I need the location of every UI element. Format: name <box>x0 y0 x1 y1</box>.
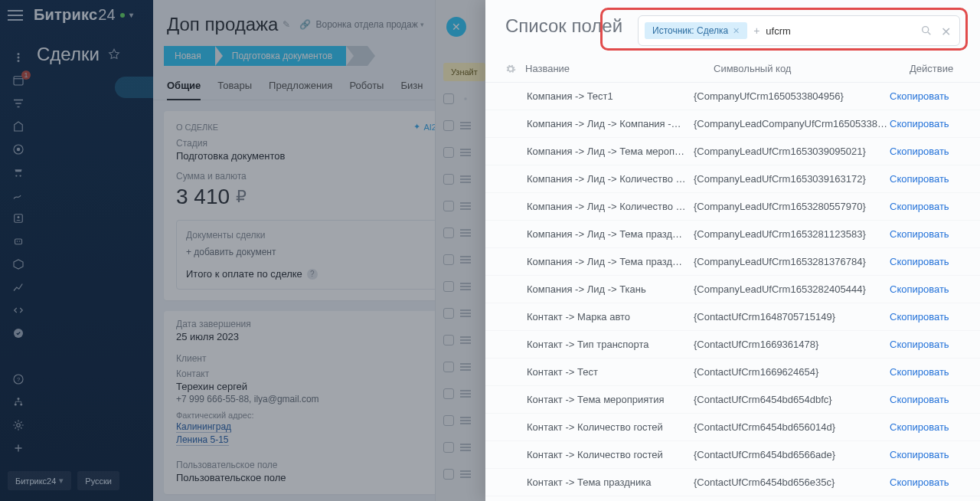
row-name: Контакт -> Количество гостей <box>505 421 694 433</box>
row-name: Компания -> Тест1 <box>505 90 694 102</box>
row-code: {ContactUfCrm6454bd656e35c} <box>694 476 890 488</box>
table-row: Контакт -> Тема мероприятия{ContactUfCrm… <box>485 386 980 414</box>
chip-label: Источник: Сделка <box>652 25 728 36</box>
search-box[interactable]: Источник: Сделка ✕ + <box>638 15 960 46</box>
copy-link[interactable]: Скопировать <box>890 118 960 129</box>
row-code: {ContactUfCrm6454bd656014d} <box>694 421 890 433</box>
row-code: {ContactUfCrm1669361478} <box>694 339 890 350</box>
row-name: Контакт -> Марка авто <box>505 311 694 323</box>
copy-link[interactable]: Скопировать <box>890 173 960 185</box>
table-row: Контакт -> Количество гостей{ContactUfCr… <box>485 441 980 469</box>
table-row: Компания -> Лид -> Количество гостей{Com… <box>485 165 980 193</box>
row-code: {CompanyUfCrm1650533804956} <box>694 90 890 102</box>
row-code: {CompanyLeadUfCrm1653282405444} <box>694 283 890 295</box>
row-code: {CompanyLeadUfCrm1653039095021} <box>694 146 890 157</box>
row-name: Компания -> Лид -> Количество гостей <box>505 173 694 185</box>
row-name: Компания -> Лид -> Ткань <box>505 283 694 295</box>
row-code: {ContactUfCrm6454bd654dbfc} <box>694 394 890 405</box>
table-row: Компания -> Лид -> Тема мероприятия{Comp… <box>485 138 980 165</box>
table-row: Компания -> Лид -> Количество гостей{Com… <box>485 193 980 221</box>
table-row: Контакт -> Марка авто{ContactUfCrm164870… <box>485 303 980 331</box>
search-input[interactable] <box>766 25 913 37</box>
row-code: {CompanyLeadUfCrm1653281376784} <box>694 256 890 267</box>
copy-link[interactable]: Скопировать <box>890 90 960 102</box>
filter-chip[interactable]: Источник: Сделка ✕ <box>645 22 747 39</box>
table-row: Контакт -> Тема праздника{ContactUfCrm64… <box>485 496 980 501</box>
clear-icon[interactable]: ✕ <box>941 25 951 39</box>
panel-title: Список полей <box>505 15 622 37</box>
table-row: Компания -> Тест1{CompanyUfCrm1650533804… <box>485 83 980 110</box>
table-body: Компания -> Тест1{CompanyUfCrm1650533804… <box>485 83 980 501</box>
copy-link[interactable]: Скопировать <box>890 421 960 433</box>
header-name[interactable]: Название <box>525 63 714 74</box>
fields-panel: Список полей Источник: Сделка ✕ + ✕ Назв… <box>485 0 980 501</box>
row-code: {CompanyLeadUfCrm1653280557970} <box>694 201 890 212</box>
row-code: {ContactUfCrm1669624654} <box>694 366 890 378</box>
copy-link[interactable]: Скопировать <box>890 256 960 267</box>
table-row: Компания -> Лид -> Компания -> Тест1{Com… <box>485 110 980 138</box>
row-code: {ContactUfCrm1648705715149} <box>694 311 890 323</box>
copy-link[interactable]: Скопировать <box>890 283 960 295</box>
row-name: Контакт -> Тема праздника <box>505 476 694 488</box>
row-name: Компания -> Лид -> Компания -> Тест1 <box>505 118 694 129</box>
copy-link[interactable]: Скопировать <box>890 476 960 488</box>
table-row: Контакт -> Тип транспорта{ContactUfCrm16… <box>485 331 980 359</box>
header-code[interactable]: Символьный код <box>714 63 910 74</box>
row-name: Контакт -> Тема мероприятия <box>505 394 694 405</box>
svg-point-19 <box>923 27 929 33</box>
copy-link[interactable]: Скопировать <box>890 339 960 350</box>
row-code: {CompanyLeadUfCrm1653281123583} <box>694 228 890 240</box>
row-name: Контакт -> Количество гостей <box>505 449 694 460</box>
copy-link[interactable]: Скопировать <box>890 449 960 460</box>
row-code: {CompanyLeadUfCrm1653039163172} <box>694 173 890 185</box>
row-code: {CompanyLeadCompanyUfCrm1650533804956} <box>694 118 890 129</box>
gear-icon[interactable] <box>505 64 516 74</box>
chip-remove-icon[interactable]: ✕ <box>733 26 740 36</box>
table-header: Название Символьный код Действие <box>485 55 980 83</box>
copy-link[interactable]: Скопировать <box>890 201 960 212</box>
row-name: Контакт -> Тип транспорта <box>505 339 694 350</box>
row-name: Компания -> Лид -> Тема мероприятия <box>505 146 694 157</box>
table-row: Контакт -> Тема праздника{ContactUfCrm64… <box>485 469 980 496</box>
header-action[interactable]: Действие <box>910 63 960 74</box>
table-row: Контакт -> Количество гостей{ContactUfCr… <box>485 414 980 441</box>
table-row: Компания -> Лид -> Ткань{CompanyLeadUfCr… <box>485 276 980 303</box>
search-icon[interactable] <box>920 25 933 37</box>
table-row: Контакт -> Тест{ContactUfCrm1669624654}С… <box>485 359 980 386</box>
row-name: Контакт -> Тест <box>505 366 694 378</box>
copy-link[interactable]: Скопировать <box>890 146 960 157</box>
copy-link[interactable]: Скопировать <box>890 311 960 323</box>
row-code: {ContactUfCrm6454bd6566ade} <box>694 449 890 460</box>
add-filter-icon[interactable]: + <box>753 25 760 37</box>
table-row: Компания -> Лид -> Тема праздника{Compan… <box>485 248 980 276</box>
row-name: Компания -> Лид -> Тема праздника <box>505 228 694 240</box>
table-row: Компания -> Лид -> Тема праздника{Compan… <box>485 221 980 248</box>
copy-link[interactable]: Скопировать <box>890 394 960 405</box>
copy-link[interactable]: Скопировать <box>890 366 960 378</box>
row-name: Компания -> Лид -> Количество гостей <box>505 201 694 212</box>
copy-link[interactable]: Скопировать <box>890 228 960 240</box>
row-name: Компания -> Лид -> Тема праздника <box>505 256 694 267</box>
